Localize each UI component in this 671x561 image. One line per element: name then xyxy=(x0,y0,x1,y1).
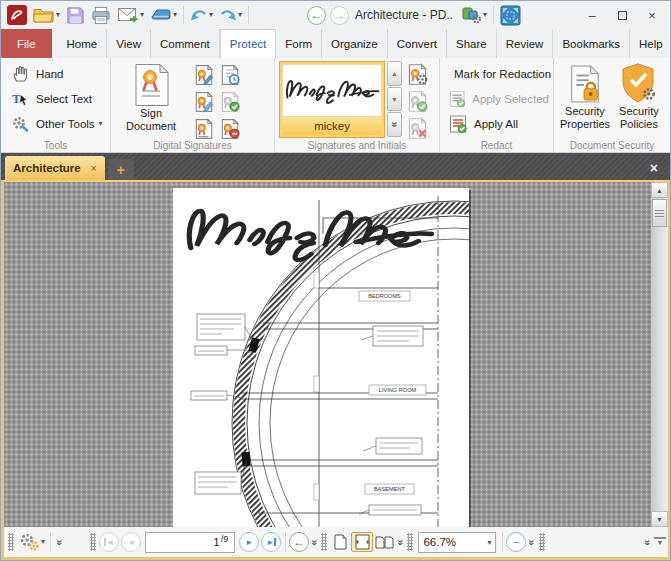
manage-signatures-button[interactable] xyxy=(406,63,429,90)
expand-views-button[interactable]: » xyxy=(309,530,319,554)
tab-convert[interactable]: Convert xyxy=(388,29,447,58)
tab-bookmarks[interactable]: Bookmarks xyxy=(553,29,630,58)
last-page-icon: ► xyxy=(266,538,274,547)
save-button[interactable] xyxy=(63,3,88,27)
email-caret[interactable]: ▾ xyxy=(140,11,144,19)
undo-icon xyxy=(190,7,208,23)
toolbar-grip[interactable] xyxy=(407,533,413,551)
app-logo-icon[interactable] xyxy=(4,3,30,27)
expand-toolbar-button[interactable]: » xyxy=(54,530,64,554)
page-number-field[interactable]: 1 /9 xyxy=(145,532,235,553)
zoom-caret-icon[interactable]: ▾ xyxy=(487,538,491,547)
clear-signatures-button[interactable] xyxy=(218,116,242,142)
tab-home[interactable]: Home xyxy=(58,29,108,58)
tab-comment[interactable]: Comment xyxy=(151,29,220,58)
pdf-page[interactable]: BEDROOMS LIVING ROOM BASEMENT xyxy=(173,188,469,527)
document-tab-close-icon[interactable]: × xyxy=(91,163,97,174)
tab-share[interactable]: Share xyxy=(447,29,497,58)
toolbar-grip[interactable] xyxy=(321,533,327,551)
fit-width-button[interactable] xyxy=(351,532,373,552)
mark-for-redaction-button[interactable]: Mark for Redaction xyxy=(444,61,549,86)
toolbar-grip[interactable] xyxy=(539,533,545,551)
fit-page-button[interactable] xyxy=(329,532,351,552)
document-tab-architecture[interactable]: Architecture × xyxy=(5,156,105,180)
fullscreen-button[interactable] xyxy=(497,3,524,27)
scroll-down-button[interactable]: ▼ xyxy=(387,87,402,112)
undo-button[interactable]: ▾ xyxy=(187,3,216,27)
redo-button[interactable]: ▾ xyxy=(216,3,245,27)
tab-protect[interactable]: Protect xyxy=(220,29,276,58)
minimize-button[interactable]: – xyxy=(577,4,607,26)
scrollbar-track[interactable] xyxy=(651,228,668,511)
sign-document-button[interactable]: Sign Document xyxy=(115,61,187,138)
document-view[interactable]: BEDROOMS LIVING ROOM BASEMENT ▲ ▼ xyxy=(1,180,670,527)
other-tools-caret[interactable]: ▾ xyxy=(99,120,103,128)
open-file-caret[interactable]: ▾ xyxy=(56,11,60,19)
maximize-button[interactable] xyxy=(607,4,637,26)
open-file-button[interactable]: ▾ xyxy=(30,3,63,27)
last-page-button[interactable]: ► xyxy=(261,532,281,552)
previous-page-button: ◄ xyxy=(121,532,141,552)
scrollbar-down-button[interactable]: ▼ xyxy=(651,511,668,527)
certify-document-button[interactable] xyxy=(192,89,216,115)
tab-file[interactable]: File xyxy=(1,29,52,58)
vertical-scrollbar[interactable]: ▲ ▼ xyxy=(651,182,668,527)
timestamp-button[interactable] xyxy=(218,62,242,88)
previous-view-button[interactable]: ← xyxy=(289,532,309,552)
expand-zoom-button[interactable]: » xyxy=(526,530,536,554)
toolbar-grip[interactable] xyxy=(90,533,96,551)
other-tools-button[interactable]: Other Tools ▾ xyxy=(5,111,106,136)
document-options-caret[interactable]: ▾ xyxy=(41,538,45,546)
titlebar-separator xyxy=(183,6,184,24)
tab-review[interactable]: Review xyxy=(497,29,554,58)
zoom-out-button[interactable]: − xyxy=(506,532,526,552)
ui-options-caret[interactable]: ▾ xyxy=(483,11,487,19)
history-forward-button: → xyxy=(330,6,349,25)
expand-more-button[interactable]: » xyxy=(642,530,652,554)
tab-help[interactable]: Help xyxy=(630,29,671,58)
select-text-label: Select Text xyxy=(36,93,92,105)
select-text-button[interactable]: T Select Text xyxy=(5,86,106,111)
scan-button[interactable]: ▾ xyxy=(147,3,180,27)
ui-options-button[interactable]: ▾ xyxy=(459,3,490,27)
scrollbar-thumb[interactable] xyxy=(652,199,667,227)
hand-tool-button[interactable]: Hand xyxy=(5,61,106,86)
two-page-view-button[interactable] xyxy=(373,532,395,552)
signature-preview[interactable]: mickey xyxy=(279,61,385,138)
statusbar-separator xyxy=(285,532,286,552)
close-document-button[interactable]: × xyxy=(642,160,666,176)
toolbar-grip[interactable] xyxy=(8,533,14,551)
signature-field-button[interactable] xyxy=(192,116,216,142)
tab-view[interactable]: View xyxy=(107,29,151,58)
history-back-button[interactable]: ← xyxy=(307,6,326,25)
validate-signatures-button[interactable] xyxy=(218,89,242,115)
tab-organize[interactable]: Organize xyxy=(322,29,388,58)
apply-all-icon xyxy=(448,114,468,134)
new-document-tab-button[interactable]: + xyxy=(108,159,134,180)
undo-caret[interactable]: ▾ xyxy=(209,11,213,19)
document-tab-label: Architecture xyxy=(13,162,81,174)
expand-layout-button[interactable]: » xyxy=(395,530,405,554)
email-button[interactable]: ▾ xyxy=(114,3,147,27)
email-icon xyxy=(117,6,139,24)
apply-all-button[interactable]: Apply All xyxy=(444,111,549,136)
security-policies-button[interactable]: Security Policies xyxy=(612,61,666,138)
expand-gallery-button[interactable]: » xyxy=(387,112,402,137)
redo-caret[interactable]: ▾ xyxy=(238,11,242,19)
scroll-up-button[interactable]: ▲ xyxy=(387,61,402,86)
zoom-level-select[interactable]: 66.7% ▾ xyxy=(418,532,496,553)
ribbon-tab-bar: File Home View Comment Protect Form Orga… xyxy=(1,29,670,58)
print-button[interactable] xyxy=(88,3,114,27)
titlebar: ▾ ▾ ▾ ▾ ▾ ← → Architecture - PD.. xyxy=(1,1,670,29)
document-options-button[interactable]: ▾ xyxy=(16,530,47,554)
scrollbar-up-button[interactable]: ▲ xyxy=(651,182,668,198)
close-button[interactable]: × xyxy=(637,4,667,26)
tab-form[interactable]: Form xyxy=(276,29,322,58)
next-page-button[interactable]: ► xyxy=(239,532,259,552)
security-properties-button[interactable]: Security Properties xyxy=(558,61,612,138)
scan-caret[interactable]: ▾ xyxy=(173,11,177,19)
redo-icon xyxy=(219,7,237,23)
statusbar-corner-handle[interactable]: ▼ xyxy=(654,537,666,547)
sign-small-button[interactable] xyxy=(192,62,216,88)
room-label-living-room: LIVING ROOM xyxy=(379,387,417,393)
